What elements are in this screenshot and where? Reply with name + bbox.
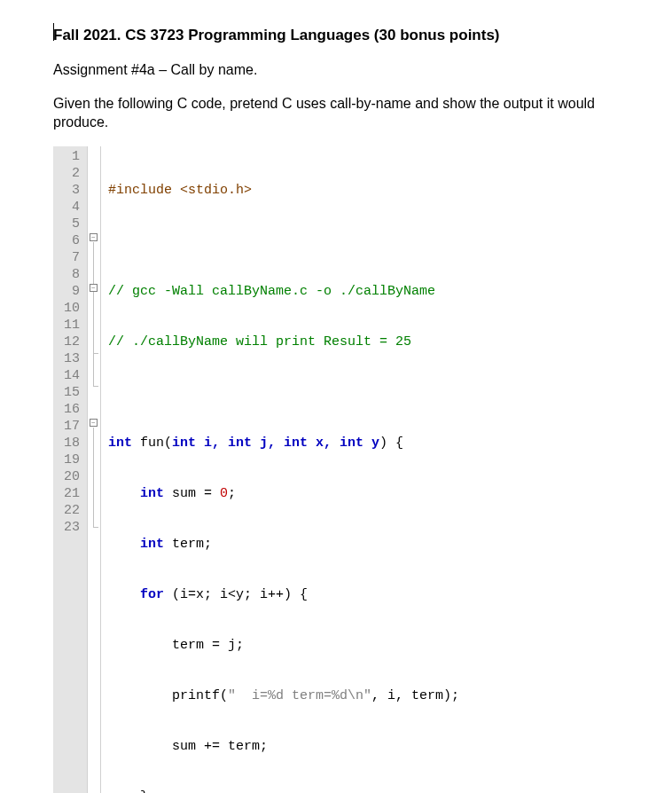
code-line: for (i=x; i<y; i++) {: [108, 586, 612, 603]
code-line: int fun(int i, int j, int x, int y) {: [108, 435, 612, 451]
line-number: 22: [59, 502, 80, 519]
fold-toggle-icon[interactable]: −: [90, 233, 98, 241]
line-number: 7: [59, 249, 80, 266]
line-number: 19: [59, 451, 80, 468]
fold-guide: [93, 354, 94, 386]
line-number: 8: [59, 266, 80, 283]
code-line: #include <stdio.h>: [108, 182, 612, 199]
line-number: 3: [59, 182, 80, 199]
code-lines: #include <stdio.h> // gcc -Wall callByNa…: [101, 146, 612, 793]
line-number: 15: [59, 384, 80, 401]
line-number: 16: [59, 401, 80, 418]
code-line: int sum = 0;: [108, 485, 612, 502]
line-number: 2: [59, 165, 80, 182]
code-line: term = j;: [108, 637, 612, 654]
line-number: 14: [59, 367, 80, 384]
code-line: [108, 232, 612, 249]
line-number: 21: [59, 485, 80, 502]
fold-guide: [93, 293, 94, 355]
code-line: sum += term;: [108, 738, 612, 755]
line-number: 20: [59, 468, 80, 485]
code-block: 1 2 3 4 5 6 7 8 9 10 11 12 13 14 15 16 1…: [53, 146, 612, 793]
line-number: 23: [59, 519, 80, 536]
document-page: Fall 2021. CS 3723 Programming Languages…: [0, 0, 672, 793]
line-number: 12: [59, 334, 80, 350]
code-line: // gcc -Wall callByName.c -o ./callByNam…: [108, 283, 612, 300]
code-line: }: [108, 789, 612, 793]
line-number-gutter: 1 2 3 4 5 6 7 8 9 10 11 12 13 14 15 16 1…: [53, 146, 87, 793]
fold-end-icon: [93, 527, 98, 528]
line-number: 13: [59, 350, 80, 367]
code-line: printf(" i=%d term=%d\n", i, term);: [108, 687, 612, 704]
prompt-paragraph: Given the following C code, pretend C us…: [53, 94, 628, 132]
fold-toggle-icon[interactable]: −: [90, 284, 98, 292]
code-line: int term;: [108, 536, 612, 553]
fold-guide: [93, 428, 94, 527]
code-line: // ./callByName will print Result = 25: [108, 334, 612, 350]
line-number: 6: [59, 232, 80, 249]
line-number: 11: [59, 317, 80, 334]
text-cursor: [53, 23, 54, 41]
assignment-line: Assignment #4a – Call by name.: [53, 60, 628, 80]
line-number: 5: [59, 216, 80, 232]
line-number: 18: [59, 435, 80, 451]
page-title: Fall 2021. CS 3723 Programming Languages…: [53, 27, 628, 44]
line-number: 17: [59, 418, 80, 435]
line-number: 9: [59, 283, 80, 300]
code-line: [108, 384, 612, 401]
fold-end-icon: [93, 386, 98, 387]
fold-toggle-icon[interactable]: −: [90, 419, 98, 427]
line-number: 1: [59, 148, 80, 165]
fold-column: − − −: [87, 146, 101, 793]
line-number: 10: [59, 300, 80, 317]
line-number: 4: [59, 199, 80, 216]
